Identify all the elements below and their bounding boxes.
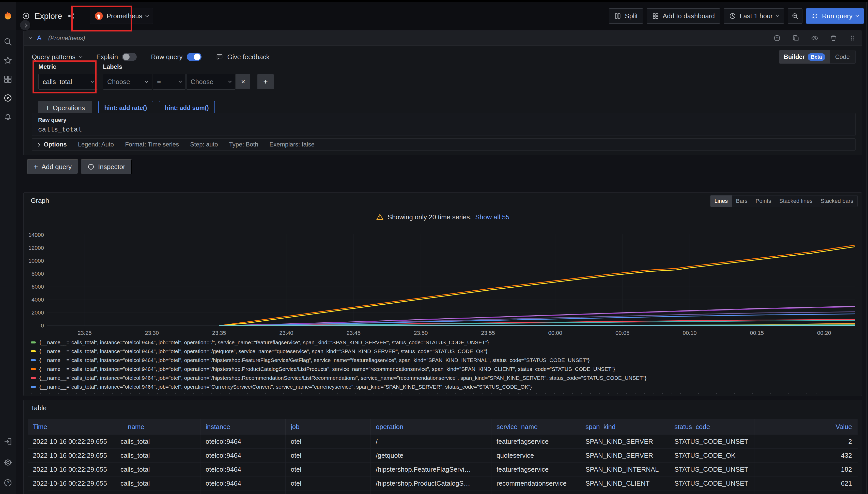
- magnifier-minus-icon: [792, 13, 799, 20]
- column-header-servicename[interactable]: service_name: [491, 419, 580, 435]
- label-value-select[interactable]: Choose: [186, 74, 236, 90]
- table-cell: featureflagservice: [491, 462, 580, 476]
- sign-in-icon[interactable]: [3, 437, 13, 446]
- explore-compass-icon: [22, 12, 30, 20]
- collapse-chevron-icon[interactable]: [29, 36, 32, 39]
- table-cell: calls_total: [115, 435, 200, 448]
- table-cell: STATUS_CODE_OK: [669, 449, 755, 462]
- split-button[interactable]: Split: [609, 8, 643, 24]
- table-cell: 2: [755, 435, 857, 448]
- datasource-picker[interactable]: Prometheus: [90, 8, 153, 24]
- settings-gear-icon[interactable]: [3, 458, 13, 467]
- legend-item[interactable]: {__name__="calls_total", instance="otelc…: [31, 374, 854, 382]
- explore-compass-icon[interactable]: [3, 93, 13, 102]
- options-collapse-toggle[interactable]: Options: [37, 141, 67, 148]
- table-cell: /hipstershop.Recommendation…: [371, 491, 491, 494]
- query-patterns-dropdown[interactable]: Query patterns: [32, 53, 82, 61]
- trash-icon[interactable]: [830, 34, 837, 42]
- label-key-select[interactable]: Choose: [103, 74, 152, 90]
- table-row[interactable]: 2022-10-16 00:22:29.655calls_totalotelco…: [28, 476, 857, 491]
- column-header-spankind[interactable]: span_kind: [580, 419, 669, 435]
- add-query-button[interactable]: + Add query: [27, 159, 78, 174]
- metric-label: Metric: [38, 63, 98, 70]
- eye-icon[interactable]: [811, 34, 818, 42]
- column-header-name[interactable]: __name__: [115, 419, 200, 435]
- topbar-right: Split Add to dashboard Last 1 hour Run q…: [609, 8, 864, 24]
- run-query-button[interactable]: Run query: [806, 8, 864, 24]
- graph-mode-points[interactable]: Points: [752, 195, 775, 207]
- legend-label: {__name__="calls_total", instance="otelc…: [39, 384, 532, 390]
- legend-label: {__name__="calls_total", instance="otelc…: [39, 339, 489, 345]
- builder-mode-button[interactable]: Builder Beta: [779, 50, 830, 63]
- graph-mode-stacked-bars[interactable]: Stacked bars: [817, 195, 857, 207]
- column-header-value[interactable]: Value: [755, 419, 857, 435]
- legend-item[interactable]: {__name__="calls_total", instance="otelc…: [31, 382, 854, 391]
- raw-query-toggle[interactable]: [187, 53, 201, 61]
- table-cell: /: [371, 435, 491, 448]
- show-all-series-link[interactable]: Show all 55: [475, 213, 509, 221]
- legend-item[interactable]: {__name__="calls_total", instance="otelc…: [31, 356, 854, 364]
- table-row[interactable]: 2022-10-16 00:22:29.655calls_totalotelco…: [28, 435, 857, 449]
- grafana-logo[interactable]: [0, 2, 16, 30]
- copy-icon[interactable]: [792, 34, 800, 42]
- graph-mode-stacked-lines[interactable]: Stacked lines: [775, 195, 817, 207]
- drag-handle-icon[interactable]: [848, 34, 856, 42]
- table-cell: otel: [286, 462, 371, 476]
- legend-item[interactable]: {__name__="calls_total", instance="otelc…: [31, 338, 854, 347]
- x-axis-tick-label: 00:10: [678, 330, 701, 336]
- search-icon[interactable]: [3, 37, 13, 46]
- table-cell: STATUS_CODE_UNSET: [669, 462, 755, 476]
- alerting-bell-icon[interactable]: [3, 112, 13, 121]
- share-icon[interactable]: [67, 12, 75, 20]
- table-cell: 2022-10-16 00:22:29.655: [28, 435, 115, 448]
- legend-item[interactable]: {__name__="calls_total", instance="otelc…: [31, 364, 854, 374]
- add-to-dashboard-button[interactable]: Add to dashboard: [647, 8, 720, 24]
- help-icon[interactable]: ?: [773, 34, 781, 42]
- label-operator-select[interactable]: =: [153, 74, 186, 90]
- remove-label-filter-button[interactable]: ×: [236, 74, 250, 89]
- help-icon[interactable]: ?: [3, 478, 13, 488]
- column-header-time[interactable]: Time: [28, 419, 115, 435]
- time-range-picker[interactable]: Last 1 hour: [724, 8, 784, 24]
- datasource-name: Prometheus: [107, 12, 142, 20]
- table-row[interactable]: 2022-10-16 00:22:29.655calls_totalotelco…: [28, 491, 857, 494]
- metric-select[interactable]: calls_total: [38, 74, 98, 90]
- x-axis-tick-label: 23:40: [275, 330, 298, 336]
- table-cell: otel: [286, 476, 371, 490]
- legend-item[interactable]: {__name__="calls_total", instance="otelc…: [31, 347, 854, 356]
- query-row-header[interactable]: A (Prometheus) ?: [24, 31, 862, 46]
- table-cell: 2022-10-16 00:22:29.655: [28, 462, 115, 476]
- star-icon[interactable]: [3, 56, 13, 65]
- add-label-filter-button[interactable]: +: [257, 74, 274, 89]
- zoom-out-button[interactable]: [788, 8, 802, 24]
- column-header-instance[interactable]: instance: [200, 419, 286, 435]
- time-series-chart[interactable]: [47, 234, 855, 326]
- query-row-actions: ?: [773, 34, 856, 42]
- sidebar-expand-button[interactable]: [20, 20, 31, 31]
- graph-view-mode-buttons: LinesBarsPointsStacked linesStacked bars: [710, 195, 857, 207]
- table-cell: recommendationservice: [491, 491, 580, 494]
- table-row[interactable]: 2022-10-16 00:22:29.655calls_totalotelco…: [28, 449, 857, 462]
- column-header-operation[interactable]: operation: [371, 419, 491, 435]
- table-cell: 2022-10-16 00:22:29.655: [28, 449, 115, 462]
- explain-toggle[interactable]: [122, 53, 137, 61]
- legend-label: {__name__="calls_total", instance="otelc…: [39, 348, 487, 354]
- legend-swatch-icon: [31, 359, 36, 361]
- code-mode-button[interactable]: Code: [830, 53, 855, 60]
- legend-label: {__name__="calls_total", instance="otelc…: [39, 375, 647, 381]
- editor-mode-toggle: Builder Beta Code: [779, 50, 855, 64]
- warning-triangle-icon: [376, 213, 384, 221]
- table-cell: otel: [286, 449, 371, 462]
- table-cell: SPAN_KIND_SERVER: [580, 449, 669, 462]
- dashboards-icon[interactable]: [3, 75, 13, 84]
- table-row[interactable]: 2022-10-16 00:22:29.655calls_totalotelco…: [28, 462, 857, 476]
- explain-toggle-group: Explain: [96, 53, 137, 61]
- column-header-statuscode[interactable]: status_code: [669, 419, 755, 435]
- table-cell: STATUS_CODE_UNSET: [669, 476, 755, 490]
- scrollbar-track[interactable]: [867, 2, 867, 494]
- graph-mode-bars[interactable]: Bars: [732, 195, 752, 207]
- give-feedback-link[interactable]: Give feedback: [216, 53, 270, 61]
- graph-mode-lines[interactable]: Lines: [710, 195, 732, 207]
- column-header-job[interactable]: job: [286, 419, 371, 435]
- inspector-button[interactable]: Inspector: [81, 159, 132, 174]
